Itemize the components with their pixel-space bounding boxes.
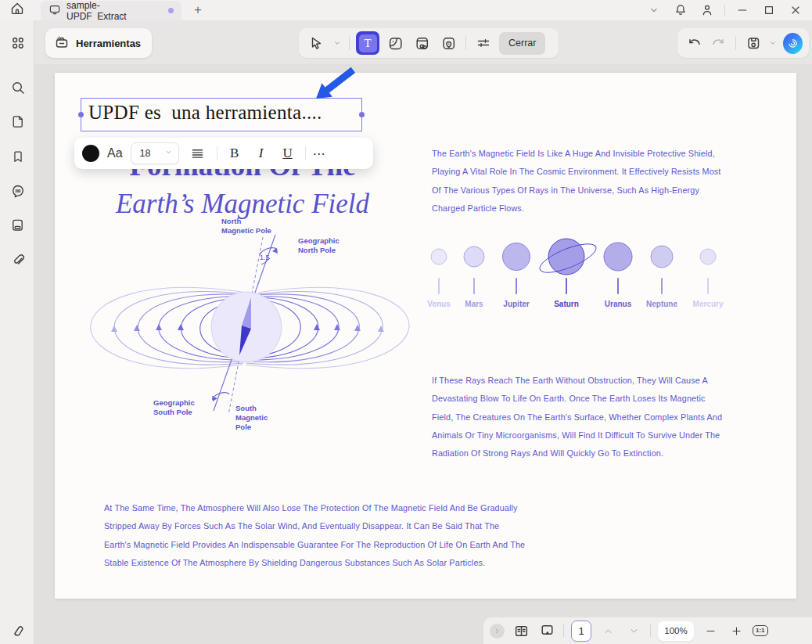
- planet-neptune-circle: [651, 246, 674, 268]
- apps-grid-icon[interactable]: [9, 34, 26, 51]
- planet-neptune-label: Neptune: [646, 300, 677, 308]
- planet-mars-circle: [464, 246, 485, 268]
- notifications-bell-icon[interactable]: [669, 1, 692, 20]
- planet-jupiter-label: Jupiter: [503, 300, 529, 308]
- page-thumbnails-icon[interactable]: [9, 113, 26, 130]
- label-tilt-angle: 1.5: [260, 253, 270, 262]
- sidebar: [0, 20, 34, 644]
- planet-jupiter-circle: [502, 243, 530, 271]
- underline-button[interactable]: U: [278, 146, 297, 161]
- zoom-level-value[interactable]: 100%: [658, 621, 694, 641]
- planet-jupiter-tick: [516, 278, 517, 294]
- select-tool-chevron-icon[interactable]: [332, 32, 343, 54]
- unsaved-dot-icon: [168, 8, 174, 13]
- label-north-magnetic-pole: North Magnetic Pole: [221, 217, 271, 236]
- zoom-out-button[interactable]: [701, 621, 720, 640]
- planet-uranus-circle: [604, 243, 633, 272]
- cerrar-button[interactable]: Cerrar: [499, 32, 545, 55]
- extract-page-icon[interactable]: [9, 217, 26, 233]
- edit-box-text[interactable]: UPDF es una herramienta....: [88, 102, 322, 124]
- blue-pointer-arrow-icon: [311, 63, 361, 103]
- location-tool-icon[interactable]: [437, 32, 459, 54]
- ai-swirl-icon: [786, 37, 799, 50]
- link-tool-icon[interactable]: [411, 32, 433, 54]
- bottom-bar-separator: [563, 624, 564, 637]
- resize-handle-right[interactable]: [359, 112, 365, 117]
- font-size-chevron-icon: [164, 148, 173, 159]
- new-tab-button[interactable]: +: [190, 2, 206, 18]
- planet-saturn-tick: [566, 278, 567, 294]
- planet-mars-label: Mars: [465, 300, 483, 308]
- maximize-icon[interactable]: [757, 1, 781, 20]
- saturn-ring-icon: [536, 238, 600, 279]
- planet-saturn-label: Saturn: [554, 300, 579, 308]
- page-number-input[interactable]: 1: [571, 621, 591, 642]
- planet-neptune-tick: [661, 278, 663, 294]
- home-button[interactable]: [8, 2, 27, 19]
- more-options-button[interactable]: ···: [314, 148, 326, 160]
- stamp-signature-icon[interactable]: [9, 622, 26, 639]
- close-icon[interactable]: [784, 1, 807, 20]
- search-icon[interactable]: [9, 79, 26, 95]
- herramientas-label: Herramientas: [76, 38, 141, 49]
- tab-title: sample-UPDF_Extract: [66, 0, 156, 22]
- toolbar-separator: [465, 36, 466, 50]
- font-family-button[interactable]: Aa: [107, 146, 123, 160]
- ai-assistant-button[interactable]: [783, 33, 803, 54]
- bottom-navigation-bar: 1 100% 1:1: [483, 617, 812, 644]
- paragraph-2[interactable]: If These Rays Reach The Earth Without Ob…: [432, 372, 724, 462]
- paragraph-1[interactable]: The Earth's Magnetic Field Is Like A Hug…: [432, 145, 723, 218]
- updf-window: sample-UPDF_Extract +: [0, 0, 812, 644]
- attachments-paperclip-icon[interactable]: [9, 251, 26, 268]
- zoom-in-button[interactable]: [727, 621, 746, 640]
- save-icon[interactable]: [742, 32, 763, 54]
- document-tab[interactable]: sample-UPDF_Extract: [41, 1, 181, 20]
- align-text-icon[interactable]: [187, 142, 209, 164]
- select-tool-icon[interactable]: [305, 32, 327, 54]
- actual-size-button[interactable]: 1:1: [753, 625, 768, 636]
- undo-icon[interactable]: [684, 32, 704, 54]
- two-page-view-icon[interactable]: [512, 621, 530, 640]
- planet-mercury-circle: [700, 249, 717, 265]
- font-size-select[interactable]: 18: [131, 142, 179, 164]
- planet-venus-circle: [431, 249, 447, 265]
- planet-saturn-circle: [548, 239, 585, 275]
- planet-mercury-label: Mercury: [693, 300, 724, 308]
- annotation-view-icon[interactable]: [537, 621, 556, 640]
- next-page-chevron-icon[interactable]: [624, 621, 643, 640]
- account-user-icon[interactable]: [695, 1, 719, 20]
- paragraph-3[interactable]: At The Same Time, The Atmosphere Will Al…: [104, 499, 526, 572]
- bookmark-icon[interactable]: [9, 148, 26, 164]
- toolbar-separator: [349, 36, 350, 50]
- titlebar-chevron-down-icon[interactable]: [642, 1, 666, 20]
- pdf-page[interactable]: Formation Of The Earth’s Magnetic Field …: [55, 73, 796, 599]
- font-size-value: 18: [140, 148, 151, 159]
- redo-icon[interactable]: [709, 32, 729, 54]
- toolbox-icon: [54, 34, 70, 52]
- text-tool-active[interactable]: T: [356, 31, 379, 55]
- history-save-panel: [677, 28, 809, 58]
- herramientas-button[interactable]: Herramientas: [45, 28, 152, 58]
- resize-handle-left[interactable]: [78, 112, 84, 117]
- previous-page-chevron-icon[interactable]: [598, 621, 617, 640]
- label-geographic-south-pole: Geographic South Pole: [153, 398, 195, 417]
- tools-panel: T Cerrar: [299, 28, 559, 58]
- bold-button[interactable]: B: [225, 146, 244, 161]
- comments-icon[interactable]: [9, 182, 26, 199]
- document-tab-icon: [49, 3, 61, 19]
- font-color-swatch[interactable]: [82, 145, 99, 162]
- italic-button[interactable]: I: [252, 146, 271, 161]
- format-toolbar: Aa 18 B I U ···: [74, 138, 373, 169]
- save-chevron-icon[interactable]: [768, 32, 778, 54]
- doc-heading-line2[interactable]: Earth’s Magnetic Field: [70, 189, 415, 220]
- label-geographic-north-pole: Geographic North Pole: [298, 236, 340, 255]
- image-tool-icon[interactable]: [384, 32, 406, 54]
- document-canvas[interactable]: Formation Of The Earth’s Magnetic Field …: [34, 64, 812, 644]
- toolbar-separator: [735, 36, 736, 50]
- properties-sliders-icon[interactable]: [472, 32, 494, 54]
- label-south-magnetic-pole: South Magnetic Pole: [235, 404, 268, 432]
- minimize-icon[interactable]: [731, 1, 754, 20]
- home-icon: [9, 1, 25, 20]
- planet-uranus-label: Uranus: [605, 300, 631, 308]
- expand-panel-button[interactable]: [490, 624, 505, 639]
